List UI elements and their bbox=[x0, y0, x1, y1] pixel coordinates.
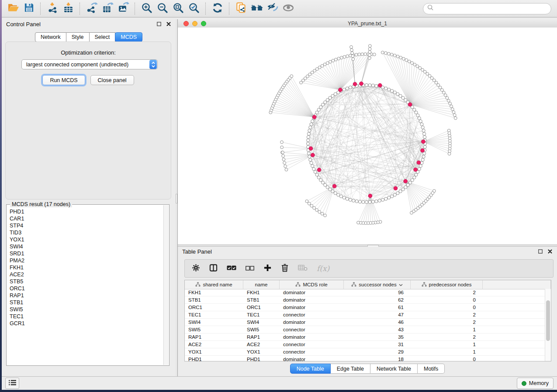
function-builder-button[interactable]: f(x) bbox=[317, 264, 329, 273]
scrollbar-thumb[interactable] bbox=[546, 300, 550, 340]
table-row[interactable]: YOX1YOX1connector291 bbox=[185, 348, 545, 356]
mcds-result-item[interactable]: ACE2 bbox=[10, 271, 169, 278]
column-header-predecessor-nodes[interactable]: predecessor nodes bbox=[411, 280, 483, 289]
delete-table-button[interactable] bbox=[298, 265, 308, 273]
mcds-result-item[interactable]: FKH1 bbox=[10, 264, 169, 271]
table-scrollbar[interactable] bbox=[545, 289, 551, 361]
export-table-button[interactable] bbox=[100, 2, 115, 16]
close-panel-icon[interactable] bbox=[166, 21, 171, 27]
run-mcds-button[interactable]: Run MCDS bbox=[42, 75, 85, 85]
tab-mcds[interactable]: MCDS bbox=[115, 32, 142, 42]
mcds-result-item[interactable]: TEC1 bbox=[10, 313, 169, 320]
mcds-result-item[interactable]: STB5 bbox=[10, 278, 169, 285]
column-header-mcds-role[interactable]: MCDS role bbox=[280, 280, 344, 289]
zoom-fit-button[interactable] bbox=[171, 2, 186, 16]
table-row[interactable]: TEC1TEC1connector472 bbox=[185, 311, 545, 319]
column-header-name[interactable]: name bbox=[243, 280, 280, 289]
mcds-result-item[interactable]: PMA2 bbox=[10, 257, 169, 264]
export-network-button[interactable] bbox=[84, 2, 99, 16]
mcds-result-item[interactable]: ORC1 bbox=[10, 285, 169, 292]
mcds-result-item[interactable]: STB1 bbox=[10, 299, 169, 306]
checked-boxes-icon bbox=[227, 265, 236, 272]
close-panel-icon[interactable] bbox=[547, 249, 553, 254]
network-view-window: YPA_prune.txt_1 bbox=[178, 19, 557, 244]
mcds-result-item[interactable]: RAP1 bbox=[10, 292, 169, 299]
search-field[interactable] bbox=[423, 3, 551, 14]
cell-shared-name: FKH1 bbox=[185, 289, 243, 296]
mcds-result-item[interactable]: SWI5 bbox=[10, 306, 169, 313]
cell-filler bbox=[483, 289, 545, 296]
table-row[interactable]: ORC1ORC1dominator610 bbox=[185, 304, 545, 311]
save-session-button[interactable] bbox=[21, 2, 36, 16]
zoom-in-button[interactable] bbox=[139, 2, 154, 16]
tab-motifs[interactable]: Motifs bbox=[418, 364, 445, 374]
mcds-result-title: MCDS result (17 nodes) bbox=[10, 201, 72, 207]
cell-predecessor-nodes: 2 bbox=[411, 334, 483, 340]
network-canvas[interactable] bbox=[178, 28, 557, 244]
mcds-result-item[interactable]: SRD1 bbox=[10, 250, 169, 257]
open-session-button[interactable] bbox=[6, 2, 21, 16]
cell-mcds-role: connector bbox=[280, 348, 344, 355]
mcds-result-item[interactable]: TID3 bbox=[10, 229, 169, 236]
zoom-out-button[interactable] bbox=[155, 2, 170, 16]
search-input[interactable] bbox=[436, 5, 547, 12]
tab-network[interactable]: Network bbox=[35, 32, 66, 42]
tab-select[interactable]: Select bbox=[90, 32, 116, 42]
float-panel-icon[interactable] bbox=[156, 21, 162, 27]
apply-layout-button[interactable] bbox=[210, 2, 225, 16]
close-panel-button[interactable]: Close panel bbox=[90, 75, 134, 85]
tab-node-table[interactable]: Node Table bbox=[290, 364, 331, 374]
mcds-result-item[interactable]: YOX1 bbox=[10, 236, 169, 243]
open-folder-icon bbox=[7, 2, 19, 15]
export-table-icon bbox=[102, 2, 114, 15]
column-header-shared-name[interactable]: shared name bbox=[185, 280, 243, 289]
table-row[interactable]: ACE2ACE2connector311 bbox=[185, 341, 545, 348]
tab-edge-table[interactable]: Edge Table bbox=[331, 364, 370, 374]
cell-mcds-role: dominator bbox=[280, 356, 344, 361]
toolbar-separator bbox=[229, 3, 230, 15]
import-network-from-database-button[interactable] bbox=[234, 2, 249, 16]
select-all-button[interactable] bbox=[227, 265, 236, 272]
export-image-button[interactable] bbox=[116, 2, 131, 16]
mcds-result-item[interactable]: PHD1 bbox=[10, 208, 169, 215]
show-graphics-details-button[interactable] bbox=[281, 2, 296, 16]
show-panels-button[interactable] bbox=[5, 378, 19, 389]
hide-graphics-details-button[interactable] bbox=[265, 2, 280, 16]
cell-filler bbox=[483, 319, 545, 326]
houses-icon bbox=[250, 1, 263, 16]
table-row[interactable]: PHD1PHD1dominator180 bbox=[185, 356, 545, 361]
deselect-all-button[interactable] bbox=[246, 265, 254, 272]
documents-share-icon bbox=[235, 2, 247, 16]
import-network-button[interactable] bbox=[45, 2, 60, 16]
column-label: MCDS role bbox=[303, 282, 327, 287]
column-header-successor-nodes[interactable]: successor nodes bbox=[344, 280, 411, 289]
attribute-type-icon bbox=[422, 282, 427, 288]
mcds-result-item[interactable]: SWI4 bbox=[10, 243, 169, 250]
tab-network-table[interactable]: Network Table bbox=[370, 364, 418, 374]
zoom-selected-button[interactable] bbox=[187, 2, 201, 16]
table-row[interactable]: SWI4SWI4dominator462 bbox=[185, 319, 545, 326]
add-button[interactable] bbox=[263, 264, 272, 274]
import-table-button[interactable] bbox=[61, 2, 76, 16]
mcds-result-item[interactable]: STP4 bbox=[10, 222, 169, 229]
mcds-result-item[interactable]: GCR1 bbox=[10, 320, 169, 327]
table-row[interactable]: RAP1RAP1dominator352 bbox=[185, 334, 545, 341]
table-row[interactable]: FKH1FKH1dominator962 bbox=[185, 289, 545, 296]
network-graph[interactable] bbox=[178, 28, 557, 244]
cell-predecessor-nodes: 1 bbox=[411, 348, 483, 355]
result-scrollbar[interactable] bbox=[163, 205, 169, 365]
cell-name: ACE2 bbox=[243, 341, 280, 348]
table-row[interactable]: SWI5SWI5connector431 bbox=[185, 326, 545, 334]
houses-button[interactable] bbox=[249, 2, 264, 16]
criterion-select[interactable]: largest connected component (undirected) bbox=[21, 59, 158, 69]
column-header-filler bbox=[483, 280, 551, 289]
delete-button[interactable] bbox=[281, 263, 289, 274]
settings-button[interactable] bbox=[192, 264, 200, 274]
show-columns-button[interactable] bbox=[209, 264, 218, 274]
table-row[interactable]: STB1STB1dominator620 bbox=[185, 296, 545, 304]
tab-style[interactable]: Style bbox=[66, 32, 90, 42]
memory-button[interactable]: Memory bbox=[517, 378, 554, 389]
splitter-handle[interactable] bbox=[176, 194, 177, 203]
mcds-result-item[interactable]: CAR1 bbox=[10, 215, 169, 222]
float-panel-icon[interactable] bbox=[538, 249, 543, 254]
